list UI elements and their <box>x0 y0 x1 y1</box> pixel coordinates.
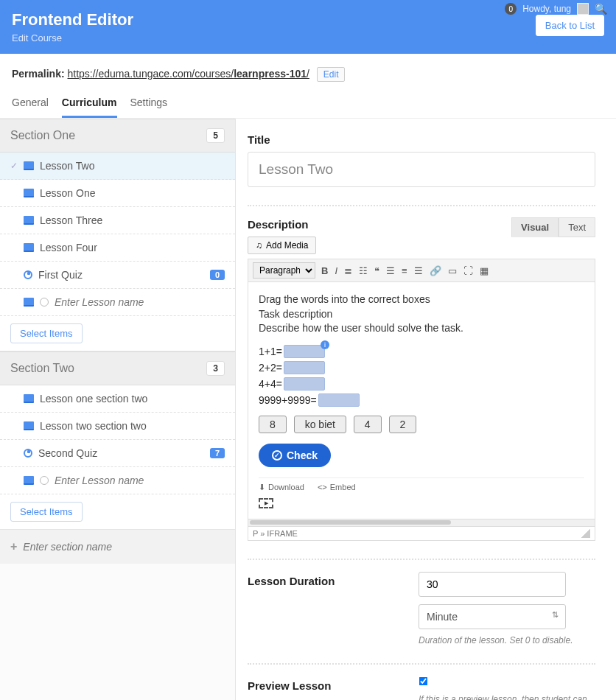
back-to-list-button[interactable]: Back to List <box>536 15 604 36</box>
duration-input[interactable] <box>419 572 566 597</box>
fullscreen-icon[interactable]: ⛶ <box>463 265 473 276</box>
item-second-quiz[interactable]: Second Quiz 7 <box>0 440 235 467</box>
clock-icon <box>40 476 49 485</box>
quiz-badge: 0 <box>210 270 225 280</box>
item-lesson-one-s2[interactable]: Lesson one section two <box>0 385 235 413</box>
section-header-two[interactable]: Section Two 3 <box>0 351 235 385</box>
quiz-icon <box>24 449 32 458</box>
select-items-button-s1[interactable]: Select Items <box>10 323 83 343</box>
section-one-count: 5 <box>206 128 225 143</box>
new-lesson-input-s1[interactable] <box>55 296 202 308</box>
resize-grip[interactable] <box>581 529 590 538</box>
preview-help: If this is a preview lesson, then studen… <box>419 694 595 700</box>
select-items-button-s2[interactable]: Select Items <box>10 502 83 522</box>
item-lesson-three[interactable]: Lesson Three <box>0 207 235 234</box>
align-left-icon[interactable]: ☰ <box>386 265 395 276</box>
drop-slot[interactable] <box>318 393 360 407</box>
editor-tab-visual[interactable]: Visual <box>511 217 559 237</box>
avatar[interactable] <box>577 3 589 15</box>
title-input[interactable] <box>248 152 595 187</box>
preview-lesson-label: Preview Lesson <box>248 679 389 692</box>
tab-curriculum[interactable]: Curriculum <box>62 97 117 118</box>
new-section-input[interactable] <box>23 541 170 553</box>
item-first-quiz[interactable]: First Quiz 0 <box>0 262 235 289</box>
item-lesson-two[interactable]: ✓ Lesson Two <box>0 153 235 180</box>
tab-general[interactable]: General <box>12 97 49 118</box>
iframe-placeholder-icon[interactable]: ▶ <box>259 498 273 508</box>
check-circle-icon: ✓ <box>272 450 282 461</box>
new-lesson-row-s1[interactable] <box>0 289 235 316</box>
greeting-text: Howdy, tung <box>522 4 571 14</box>
lesson-icon <box>24 476 34 485</box>
editor-path: P » IFRAME <box>248 527 595 541</box>
lesson-icon <box>24 216 34 225</box>
preview-checkbox[interactable] <box>419 676 428 685</box>
embed-link[interactable]: <> Embed <box>318 483 356 492</box>
section-header-one[interactable]: Section One 5 <box>0 119 235 153</box>
lesson-icon <box>24 161 34 170</box>
drop-slot[interactable] <box>284 361 325 374</box>
tab-settings[interactable]: Settings <box>130 97 168 118</box>
item-lesson-two-s2[interactable]: Lesson two section two <box>0 413 235 440</box>
add-media-button[interactable]: ♫ Add Media <box>248 237 316 254</box>
word-chip[interactable]: 8 <box>259 416 287 433</box>
word-chip[interactable]: 2 <box>389 416 417 433</box>
bullet-list-icon[interactable]: ≣ <box>344 265 352 276</box>
lesson-icon <box>24 421 34 430</box>
check-icon: ✓ <box>10 161 18 171</box>
keyboard-icon[interactable]: ▦ <box>480 265 489 276</box>
permalink-label: Permalink: <box>12 68 65 80</box>
search-icon[interactable]: 🔍 <box>595 3 607 15</box>
editor-hscrollbar[interactable] <box>248 519 595 527</box>
more-icon[interactable]: ▭ <box>448 265 457 276</box>
editor-body[interactable]: Drag the words into the correct boxes Ta… <box>248 282 595 519</box>
item-lesson-four[interactable]: Lesson Four <box>0 234 235 262</box>
lesson-icon <box>24 243 34 252</box>
clock-icon <box>40 298 49 307</box>
align-center-icon[interactable]: ≡ <box>402 265 407 276</box>
duration-unit-select[interactable]: Minute <box>419 604 566 629</box>
format-select[interactable]: Paragraph <box>253 262 315 279</box>
bold-icon[interactable]: B <box>321 265 328 276</box>
item-lesson-one[interactable]: Lesson One <box>0 180 235 207</box>
section-two-title: Section Two <box>10 362 74 375</box>
admin-bar: 0 Howdy, tung 🔍 <box>505 3 607 15</box>
edit-permalink-button[interactable]: Edit <box>317 67 346 82</box>
lesson-duration-label: Lesson Duration <box>248 575 389 587</box>
check-button[interactable]: ✓ Check <box>259 444 331 467</box>
lesson-icon <box>24 394 34 403</box>
info-icon[interactable]: i <box>321 340 329 349</box>
curriculum-sidebar: Section One 5 ✓ Lesson Two Lesson One Le… <box>0 119 236 700</box>
content-pane: Title Description ♫ Add Media Visual Tex… <box>236 119 616 700</box>
word-chip[interactable]: ko biet <box>294 416 346 433</box>
topbar: 0 Howdy, tung 🔍 Frontend Editor Edit Cou… <box>0 0 616 54</box>
word-chip[interactable]: 4 <box>354 416 382 433</box>
plus-icon: + <box>10 540 17 553</box>
align-right-icon[interactable]: ☰ <box>414 265 423 276</box>
italic-icon[interactable]: I <box>335 265 337 276</box>
new-lesson-input-s2[interactable] <box>55 475 202 486</box>
quiz-badge: 7 <box>210 448 225 458</box>
editor-tab-text[interactable]: Text <box>559 217 595 237</box>
lesson-icon <box>24 298 34 307</box>
permalink-url[interactable]: https://eduma.tungace.com/courses/learnp… <box>67 68 309 80</box>
drop-slot[interactable]: i <box>284 345 325 358</box>
title-label: Title <box>248 133 595 146</box>
duration-help: Duration of the lesson. Set 0 to disable… <box>419 635 595 645</box>
editor-toolbar: Paragraph B I ≣ ☷ ❝ ☰ ≡ ☰ 🔗 ▭ ⛶ ▦ <box>248 259 595 282</box>
drop-slot[interactable] <box>284 377 325 391</box>
quote-icon[interactable]: ❝ <box>374 265 379 276</box>
media-icon: ♫ <box>256 240 262 251</box>
section-one-title: Section One <box>10 129 75 142</box>
new-section-row[interactable]: + <box>0 530 235 564</box>
new-lesson-row-s2[interactable] <box>0 467 235 494</box>
course-tabs: General Curriculum Settings <box>0 88 616 119</box>
section-two-count: 3 <box>206 361 225 376</box>
notif-badge[interactable]: 0 <box>505 3 517 15</box>
number-list-icon[interactable]: ☷ <box>359 265 368 276</box>
download-link[interactable]: ⬇ Download <box>259 483 304 492</box>
page-subtitle: Edit Course <box>12 32 604 43</box>
permalink-bar: Permalink: https://eduma.tungace.com/cou… <box>0 54 616 88</box>
quiz-icon <box>24 270 32 279</box>
link-icon[interactable]: 🔗 <box>430 265 441 276</box>
